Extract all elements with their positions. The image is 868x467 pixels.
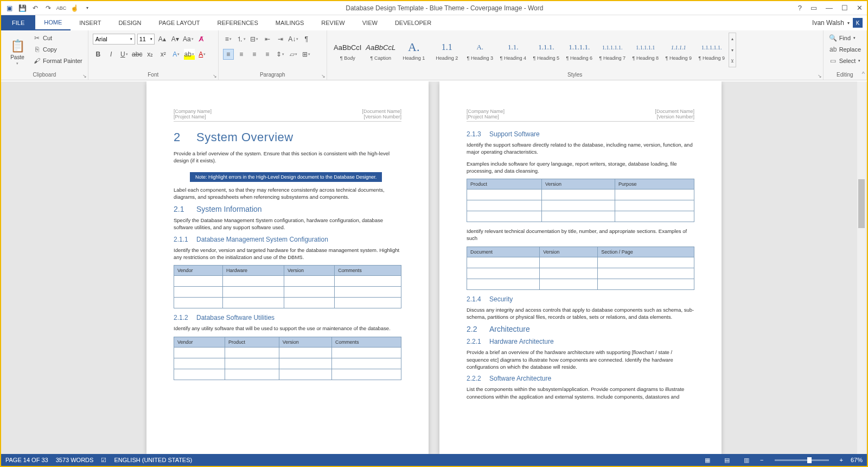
italic-button[interactable]: I [106,49,117,60]
shrink-font-button[interactable]: A▾ [170,34,181,45]
status-bar: PAGE 14 OF 33 3573 WORDS ☑ ENGLISH (UNIT… [1,454,867,466]
font-size-select[interactable]: 11▾ [137,34,155,45]
tab-insert[interactable]: INSERT [71,15,110,30]
undo-icon[interactable]: ↶ [29,2,41,14]
close-icon[interactable]: ✕ [854,4,865,12]
style-heading9a[interactable]: 1.1.1.1¶ Heading 9 [662,33,695,67]
tab-view[interactable]: VIEW [354,15,386,30]
status-page[interactable]: PAGE 14 OF 33 [5,457,48,463]
style-heading5[interactable]: 1.1.1.¶ Heading 5 [530,33,563,67]
heading-system-overview: 2System Overview [174,130,401,144]
change-case-button[interactable]: Aa [183,34,194,45]
title-bar: ▣ 💾 ↶ ↷ ABC ☝ ▾ Database Design Template… [1,1,867,15]
style-heading3[interactable]: A.¶ Heading 3 [464,33,496,67]
style-heading4[interactable]: 1.1.¶ Heading 4 [497,33,529,67]
paragraph-launcher[interactable]: ↘ [321,73,326,79]
tab-page-layout[interactable]: PAGE LAYOUT [150,15,209,30]
vertical-scrollbar[interactable] [857,81,866,454]
multilevel-button[interactable]: ⊟ [249,34,260,45]
style-heading9b[interactable]: 1.1.1.1.1.¶ Heading 9 [695,33,728,67]
redo-icon[interactable]: ↷ [42,2,54,14]
zoom-in-button[interactable]: + [840,457,843,463]
line-spacing-button[interactable]: ⇕ [275,49,286,60]
align-center-button[interactable]: ≡ [236,49,247,60]
zoom-level[interactable]: 67% [851,457,863,463]
clipboard-launcher[interactable]: ↘ [82,73,87,79]
touch-mode-icon[interactable]: ☝ [68,2,80,14]
styles-gallery-scroll[interactable]: ▴▾⊻ [729,33,736,67]
borders-button[interactable]: ⊞ [301,49,312,60]
bold-button[interactable]: B [93,49,104,60]
style-caption[interactable]: AaBbCcL¶ Caption [365,33,397,67]
style-body[interactable]: AaBbCcI¶ Body [331,33,364,67]
styles-launcher[interactable]: ↘ [818,73,822,79]
status-language[interactable]: ENGLISH (UNITED STATES) [114,457,192,463]
tab-review[interactable]: REVIEW [312,15,353,30]
style-heading6[interactable]: 1.1.1.1.¶ Heading 6 [563,33,596,67]
text-effects-button[interactable]: A [171,49,182,60]
clear-formatting-button[interactable]: A̸ [196,34,207,45]
underline-button[interactable]: U [119,49,130,60]
group-paragraph: ≡ ⒈ ⊟ ⇤ ⇥ A↓ ¶ ≡ ≡ ≡ ≡ ⇕ ▱ ⊞ Paragraph ↘ [219,30,327,80]
web-layout-icon[interactable]: ▥ [741,455,752,465]
superscript-button[interactable]: x² [158,49,169,60]
help-icon[interactable]: ? [796,4,804,12]
find-icon: 🔍 [829,34,838,42]
cut-button[interactable]: ✂Cut [31,33,84,43]
show-marks-button[interactable]: ¶ [301,34,312,45]
align-left-button[interactable]: ≡ [223,49,234,60]
qat-more-icon[interactable]: ▾ [81,2,93,14]
font-color-button[interactable]: A [197,49,208,60]
tab-mailings[interactable]: MAILINGS [267,15,313,30]
collapse-ribbon-icon[interactable]: ^ [862,71,865,77]
style-heading7[interactable]: 1.1.1.1.1.¶ Heading 7 [596,33,629,67]
find-button[interactable]: 🔍Find▾ [828,33,862,43]
document-area[interactable]: [Company Name][Project Name] [Document N… [1,81,867,454]
replace-button[interactable]: abReplace [828,44,862,55]
bullets-button[interactable]: ≡ [223,34,234,45]
grow-font-button[interactable]: A▴ [157,34,168,45]
print-layout-icon[interactable]: ▤ [721,455,733,465]
maximize-icon[interactable]: ☐ [839,4,850,12]
tab-developer[interactable]: DEVELOPER [386,15,440,30]
group-label-editing: Editing [828,72,862,79]
status-words[interactable]: 3573 WORDS [56,457,94,463]
font-launcher[interactable]: ↘ [213,73,217,79]
strikethrough-button[interactable]: abc [132,49,143,60]
style-heading2[interactable]: 1.1Heading 2 [431,33,463,67]
account-area[interactable]: Ivan Walsh ▾ K [812,15,867,30]
format-painter-button[interactable]: 🖌Format Painter [31,55,84,66]
increase-indent-button[interactable]: ⇥ [275,34,286,45]
save-icon[interactable]: 💾 [16,2,28,14]
font-name-select[interactable]: Arial▾ [93,34,135,45]
tab-home[interactable]: HOME [35,15,71,30]
status-proof-icon[interactable]: ☑ [101,457,106,464]
zoom-out-button[interactable]: − [760,457,763,463]
scrollbar-thumb[interactable] [858,179,865,228]
paste-button[interactable]: 📋 Paste ▾ [5,33,29,72]
subscript-button[interactable]: x₂ [145,49,156,60]
style-heading1[interactable]: A.Heading 1 [398,33,430,67]
justify-button[interactable]: ≡ [262,49,273,60]
tab-file[interactable]: FILE [1,15,35,30]
select-button[interactable]: ▭Select▾ [828,55,862,66]
align-right-button[interactable]: ≡ [249,49,260,60]
tab-design[interactable]: DESIGN [110,15,150,30]
ribbon-display-icon[interactable]: ▭ [808,4,819,12]
zoom-slider[interactable] [775,459,829,461]
group-editing: 🔍Find▾ abReplace ▭Select▾ Editing [824,30,867,80]
minimize-icon[interactable]: — [824,4,835,12]
read-mode-icon[interactable]: ▦ [701,455,713,465]
spellcheck-icon[interactable]: ABC [55,2,67,14]
highlight-button[interactable]: ab [184,49,195,60]
shading-button[interactable]: ▱ [288,49,299,60]
sort-button[interactable]: A↓ [288,34,299,45]
word-icon[interactable]: ▣ [3,2,15,14]
styles-gallery[interactable]: AaBbCcI¶ Body AaBbCcL¶ Caption A.Heading… [331,33,736,67]
tab-references[interactable]: REFERENCES [209,15,267,30]
decrease-indent-button[interactable]: ⇤ [262,34,273,45]
style-heading8[interactable]: 1.1.1.1.1¶ Heading 8 [629,33,662,67]
copy-button[interactable]: ⎘Copy [31,44,84,55]
page-left: [Company Name][Project Name] [Document N… [146,81,429,454]
numbering-button[interactable]: ⒈ [236,34,247,45]
